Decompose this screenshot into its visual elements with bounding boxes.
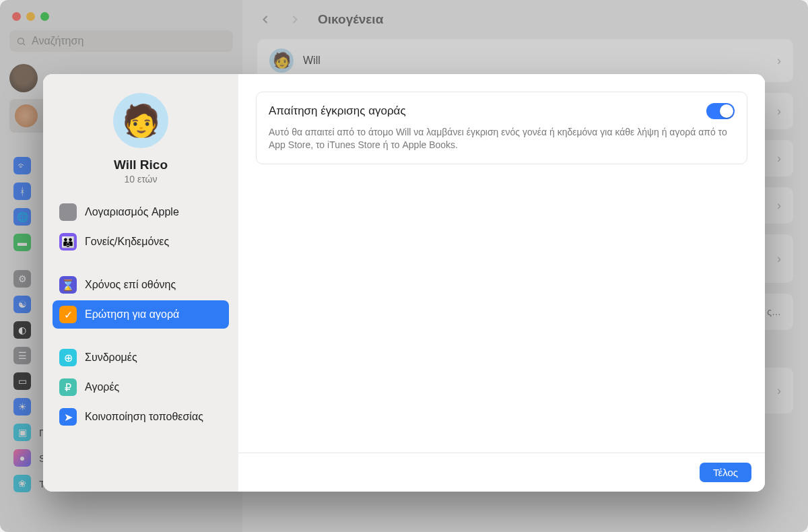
setting-description: Αυτό θα απαιτεί από το άτομο Will να λαμ… <box>269 126 735 152</box>
hourglass-icon: ⌛ <box>59 276 77 294</box>
sidebar-item-label: Γονείς/Κηδεμόνες <box>85 236 169 248</box>
settings-window: Αναζήτηση ᯤ ᚼ 🌐 ▬ ⚙ ☯ ◐ ☰ ▭ ☀ ▣Προ <box>0 0 808 532</box>
purchases-icon: ₽ <box>59 378 77 396</box>
modal-sidebar: 🧑 Will Rico 10 ετών Λογαριασμός Apple 👪 … <box>43 74 238 492</box>
profile-name: Will Rico <box>114 158 168 172</box>
profile-header: 🧑 Will Rico 10 ετών <box>53 88 229 198</box>
modal-nav-list: Λογαριασμός Apple 👪 Γονείς/Κηδεμόνες ⌛ Χ… <box>53 198 229 431</box>
location-icon: ➤ <box>59 408 77 426</box>
sidebar-item-ask-to-buy[interactable]: ✓ Ερώτηση για αγορά <box>53 300 229 329</box>
require-approval-toggle[interactable] <box>706 103 735 119</box>
sidebar-item-apple-account[interactable]: Λογαριασμός Apple <box>53 198 229 226</box>
sidebar-item-label: Κοινοποίηση τοποθεσίας <box>85 411 203 423</box>
sidebar-item-screen-time[interactable]: ⌛ Χρόνος επί οθόνης <box>53 271 229 299</box>
parents-icon: 👪 <box>59 233 77 251</box>
profile-age: 10 ετών <box>125 174 158 185</box>
sidebar-item-location-sharing[interactable]: ➤ Κοινοποίηση τοποθεσίας <box>53 403 229 431</box>
setting-toggle-row: Απαίτηση έγκρισης αγοράς <box>269 103 735 119</box>
sidebar-item-label: Χρόνος επί οθόνης <box>85 279 176 291</box>
family-member-modal: 🧑 Will Rico 10 ετών Λογαριασμός Apple 👪 … <box>43 74 765 492</box>
profile-avatar: 🧑 <box>113 93 168 148</box>
done-button[interactable]: Τέλος <box>700 463 751 482</box>
sidebar-item-label: Ερώτηση για αγορά <box>85 308 179 321</box>
ask-to-buy-icon: ✓ <box>59 306 77 323</box>
modal-footer: Τέλος <box>238 453 765 492</box>
modal-content: Απαίτηση έγκρισης αγοράς Αυτό θα απαιτεί… <box>238 74 765 453</box>
ask-to-buy-setting-card: Απαίτηση έγκρισης αγοράς Αυτό θα απαιτεί… <box>256 92 747 164</box>
sidebar-item-purchases[interactable]: ₽ Αγορές <box>53 373 229 401</box>
setting-title: Απαίτηση έγκρισης αγοράς <box>269 104 406 118</box>
apple-logo-icon <box>59 203 77 221</box>
sidebar-item-subscriptions[interactable]: ⊕ Συνδρομές <box>53 343 229 372</box>
sidebar-item-parents[interactable]: 👪 Γονείς/Κηδεμόνες <box>53 228 229 256</box>
sidebar-item-label: Συνδρομές <box>85 352 137 364</box>
sidebar-item-label: Αγορές <box>85 381 119 393</box>
modal-main: Απαίτηση έγκρισης αγοράς Αυτό θα απαιτεί… <box>238 74 765 492</box>
sidebar-item-label: Λογαριασμός Apple <box>85 206 179 218</box>
subscriptions-icon: ⊕ <box>59 349 77 366</box>
